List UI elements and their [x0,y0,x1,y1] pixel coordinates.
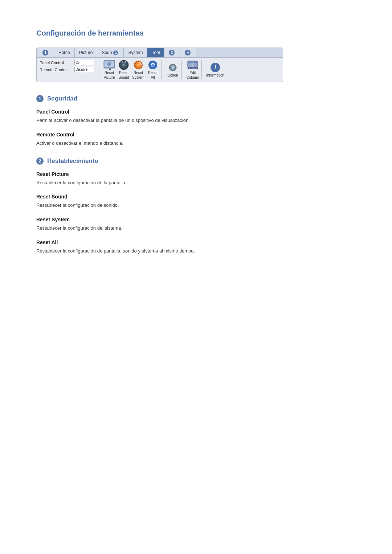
section-seguridad: 1 Seguridad Panel Control Permite activa… [36,95,356,147]
reset-picture-desc: Restablecer la configuración de la panta… [36,179,356,187]
section-seguridad-text: Seguridad [47,95,77,102]
edit-label: Edit [189,71,196,75]
tab-sound[interactable]: Soun 2 [97,48,124,57]
tab-sound-label: Soun [102,50,112,55]
panel-control-title: Panel Control [36,109,356,115]
reset-sound-label1: Reset [119,71,128,75]
page-container: Configuración de herramientas 1 Home Pic… [0,0,392,294]
edit-column-button[interactable]: Edit Column [186,60,199,79]
reset-all-icon [147,60,159,70]
badge-1: 1 [42,50,48,56]
information-button[interactable]: i Information [206,62,224,77]
section-badge-2: 2 [36,157,44,165]
svg-point-10 [137,63,140,66]
edit-column-icon [187,60,199,70]
reset-system-title: Reset System [36,217,356,222]
tab-home-label: Home [58,50,70,55]
page-title: Configuración de herramientas [36,29,356,37]
info-circle-icon: i [211,63,220,72]
tab-badge-1[interactable]: 1 [38,48,54,57]
reset-picture-icon [103,60,115,70]
reset-picture-title: Reset Picture [36,171,356,177]
reset-group: Reset Picture R [101,60,162,79]
reset-system-icon [132,60,144,70]
column-label: Column [187,75,199,79]
section-badge-1: 1 [36,95,44,102]
remote-control-desc: Activar o desactivar el mando a distanci… [36,140,356,147]
reset-picture-button[interactable]: Reset Picture [103,60,116,79]
svg-rect-28 [189,68,192,69]
panel-control-row: Panel Control On ▼ [40,60,94,65]
reset-system-label1: Reset [134,71,143,75]
option-icon [167,62,179,73]
reset-all-title: Reset All [36,239,356,245]
subsection-remote-control: Remote Control Activar o desactivar el m… [36,132,356,147]
tab-tool-label: Tool [152,50,160,55]
reset-system-label2: System [132,75,144,79]
reset-sound-title: Reset Sound [36,194,356,200]
information-group: i Information [204,60,226,79]
reset-sound-desc: Restablecer la configuración de sonido. [36,202,356,209]
section-seguridad-title: 1 Seguridad [36,95,356,102]
badge-4: 4 [185,50,191,56]
option-button[interactable]: Option [166,62,179,77]
reset-all-button[interactable]: Reset All [146,60,159,79]
reset-all-label1: Reset [148,71,158,75]
subsection-reset-sound: Reset Sound Restablecer la configuración… [36,194,356,209]
tab-system[interactable]: System [124,48,147,57]
badge-3: 3 [169,50,175,56]
svg-rect-30 [196,68,197,69]
option-label: Option [167,73,178,77]
svg-rect-29 [192,68,195,69]
edit-column-group: Edit Column [184,60,202,79]
reset-system-desc: Restablecer la configuración del sistema… [36,225,356,232]
section-restablecimiento-title: 2 Restablecimiento [36,157,356,165]
tab-picture-label: Picture [79,50,93,55]
subsection-reset-picture: Reset Picture Restablecer la configuraci… [36,171,356,187]
remote-control-select[interactable]: Disable ▼ [74,67,94,72]
tab-system-label: System [128,50,143,55]
section-restablecimiento-text: Restablecimiento [47,157,98,165]
toolbar-mockup: 1 Home Picture Soun 2 System Tool 3 4 [36,48,283,82]
badge-2: 2 [113,50,118,55]
svg-point-7 [123,64,124,66]
panel-control-label: Panel Control [40,61,72,65]
remote-control-title: Remote Control [36,132,356,138]
subsection-reset-all: Reset All Restablecer la configuración d… [36,239,356,255]
reset-sound-label2: Sound [119,75,129,79]
remote-control-label: Remote Control [40,67,72,72]
subsection-panel-control: Panel Control Permite activar o desactiv… [36,109,356,124]
security-panel: Panel Control On ▼ Remote Control Disabl… [40,60,98,79]
reset-picture-label2: Picture [103,75,115,79]
toolbar-tabs: 1 Home Picture Soun 2 System Tool 3 4 [37,48,283,58]
tab-home[interactable]: Home [54,48,75,57]
information-label: Information [206,73,224,77]
reset-system-button[interactable]: Reset System [132,60,145,79]
panel-control-select[interactable]: On ▼ [74,60,94,65]
svg-rect-26 [188,62,197,63]
reset-sound-button[interactable]: Reset Sound [117,60,130,79]
tab-tool[interactable]: Tool [147,48,164,57]
panel-control-desc: Permite activar o desactivar la pantalla… [36,117,356,124]
tab-picture[interactable]: Picture [75,48,97,57]
remote-control-row: Remote Control Disable ▼ [40,67,94,72]
subsection-reset-system: Reset System Restablecer la configuració… [36,217,356,232]
tab-badge-4[interactable]: 4 [180,48,196,57]
reset-picture-label1: Reset [105,71,114,75]
reset-all-label2: All [151,75,155,79]
reset-all-desc: Restablecer la configuración de pantalla… [36,247,356,255]
information-icon: i [209,62,221,73]
reset-sound-icon [118,60,130,70]
svg-point-17 [172,66,174,69]
option-group: Option [164,60,182,79]
svg-rect-2 [105,67,114,67]
toolbar-body: Panel Control On ▼ Remote Control Disabl… [37,58,283,82]
tab-badge-3[interactable]: 3 [164,48,180,57]
section-restablecimiento: 2 Restablecimiento Reset Picture Restabl… [36,157,356,255]
